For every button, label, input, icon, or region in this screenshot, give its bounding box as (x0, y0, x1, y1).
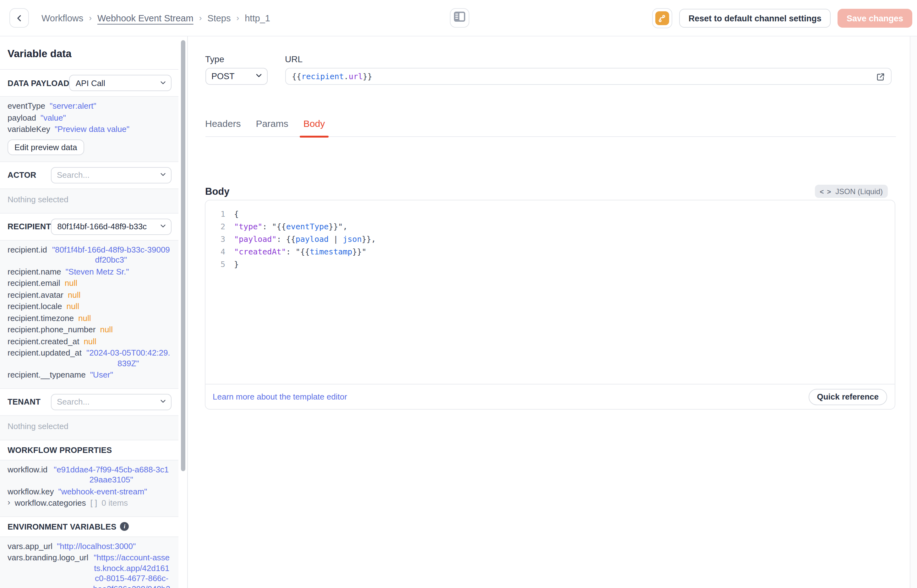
quick-reference-button[interactable]: Quick reference (809, 389, 887, 405)
workflow-properties-label: WORKFLOW PROPERTIES (8, 445, 112, 454)
url-value: {{recipient.url}} (292, 72, 372, 81)
line-number: 5 (216, 258, 225, 271)
http-method-value: POST (211, 72, 252, 81)
actor-empty-block: Nothing selected (0, 188, 178, 213)
kv-key: workflow.key (8, 486, 54, 497)
data-payload-label: DATA PAYLOAD (8, 78, 69, 88)
actor-label: ACTOR (8, 170, 36, 180)
git-branch-icon (655, 11, 669, 25)
sidebar-scrollbar[interactable] (181, 40, 185, 471)
recipient-row: RECIPIENT 80f1f4bf-166d-48f9-b33c (0, 213, 178, 240)
http-method-select[interactable]: POST (205, 68, 267, 85)
expander-chevron-icon[interactable]: › (8, 498, 10, 508)
kv-count: 0 items (102, 498, 128, 509)
code-line-3: 3"payload": {{payload | json}}, (216, 233, 886, 246)
breadcrumb-separator: › (237, 13, 239, 23)
kv-row-vars-branding-logo-url: vars.branding.logo_url"https://account-a… (8, 553, 171, 588)
tab-params[interactable]: Params (256, 118, 288, 136)
data-payload-select[interactable]: API Call (69, 75, 171, 91)
kv-row-workflow-categories: ›workflow.categories[ ]0 items (8, 498, 171, 509)
url-label: URL (285, 54, 891, 64)
code-brackets-icon: < > (820, 187, 831, 195)
kv-key: recipient.name (8, 267, 61, 277)
tab-body[interactable]: Body (304, 118, 325, 136)
reset-default-channel-settings-button[interactable]: Reset to default channel settings (679, 9, 831, 27)
kv-row-eventType: eventType"server:alert" (8, 101, 171, 111)
toggle-sidebar-button[interactable] (450, 8, 469, 27)
language-badge[interactable]: < > JSON (Liquid) (815, 185, 888, 198)
kv-value: null (84, 336, 97, 347)
actor-search-select[interactable]: Search... (50, 167, 171, 183)
recipient-fields-block: recipient.id"80f1f4bf-166d-48f9-b33c-390… (0, 240, 178, 389)
actor-search-placeholder: Search... (57, 170, 156, 180)
kv-row-recipient-avatar: recipient.avatarnull (8, 290, 171, 300)
kv-value: "Steven Metz Sr." (66, 267, 129, 277)
code-line-1: 1{ (216, 208, 886, 221)
kv-value: "http://localhost:3000" (57, 541, 136, 552)
kv-row-recipient-id: recipient.id"80f1f4bf-166d-48f9-b33c-390… (8, 245, 171, 265)
request-tabs: HeadersParamsBody (205, 118, 896, 137)
kv-key: recipient.created_at (8, 336, 79, 347)
breadcrumb-item-steps[interactable]: Steps (207, 13, 231, 23)
kv-value: "80f1f4bf-166d-48f9-b33c-39009df20bc3" (52, 245, 171, 265)
kv-key: recipient.updated_at (8, 348, 82, 359)
recipient-selected-value: 80f1f4bf-166d-48f9-b33c (57, 222, 156, 231)
save-changes-button[interactable]: Save changes (838, 9, 912, 27)
back-button[interactable] (10, 8, 29, 27)
chevron-down-icon (156, 170, 166, 180)
actor-empty-text: Nothing selected (8, 193, 171, 206)
kv-value: "https://account-assets.knock.app/42d161… (93, 553, 171, 588)
code-line-4: 4"createdAt": "{{timestamp}}" (216, 246, 886, 258)
code-editor[interactable]: 1{2"type": "{{eventType}}",3"payload": {… (205, 200, 894, 384)
kv-row-recipient-name: recipient.name"Steven Metz Sr." (8, 267, 171, 277)
kv-key: recipient.email (8, 278, 60, 289)
chevron-down-icon (156, 78, 166, 88)
recipient-select[interactable]: 80f1f4bf-166d-48f9-b33c (51, 218, 171, 235)
kv-key: payload (8, 113, 36, 123)
kv-key: eventType (8, 101, 45, 111)
external-link-icon[interactable] (875, 72, 885, 84)
kv-value: null (78, 313, 91, 323)
main-scrollbar-gutter[interactable] (909, 36, 917, 588)
kv-value: "User" (90, 370, 113, 380)
recipient-label: RECIPIENT (8, 222, 51, 231)
info-icon[interactable]: i (120, 522, 129, 531)
environment-variables-block: vars.app_url"http://localhost:3000"vars.… (0, 536, 178, 588)
type-label: Type (205, 54, 267, 64)
kv-row-workflow-id: workflow.id"e91ddae4-7f99-45cb-a688-3c12… (8, 465, 171, 485)
breadcrumb-item-webhook-event-stream[interactable]: Webhook Event Stream (97, 13, 194, 23)
commit-changes-button[interactable] (652, 8, 672, 28)
tab-headers[interactable]: Headers (205, 118, 241, 136)
kv-key: vars.app_url (8, 541, 52, 552)
data-payload-selected-value: API Call (76, 78, 156, 88)
kv-value: "value" (40, 113, 66, 123)
kv-row-recipient-locale: recipient.localenull (8, 302, 171, 312)
body-template-editor: 1{2"type": "{{eventType}}",3"payload": {… (205, 200, 895, 410)
kv-key: recipient.timezone (8, 313, 74, 323)
kv-key: vars.branding.logo_url (8, 553, 88, 563)
kv-row-recipient-timezone: recipient.timezonenull (8, 313, 171, 323)
chevron-left-icon (15, 13, 24, 22)
payload-preview-block: eventType"server:alert"payload"value"var… (0, 96, 178, 162)
breadcrumb-item-workflows[interactable]: Workflows (42, 13, 83, 23)
chevron-down-icon (156, 222, 166, 231)
kv-value: "2024-03-05T00:42:29.839Z" (86, 348, 171, 369)
edit-preview-data-button[interactable]: Edit preview data (8, 139, 84, 155)
body-section-title: Body (205, 186, 230, 197)
kv-row-payload: payload"value" (8, 113, 171, 123)
tenant-empty-text: Nothing selected (8, 420, 171, 433)
kv-row-workflow-key: workflow.key"webhook-event-stream" (8, 486, 171, 497)
kv-value: null (66, 302, 79, 312)
kv-key: recipient.id (8, 245, 47, 255)
variable-data-panel: Variable data DATA PAYLOAD API Call even… (0, 36, 187, 588)
kv-value: [ ] (90, 498, 97, 509)
kv-key: variableKey (8, 124, 50, 135)
environment-variables-label-text: ENVIRONMENT VARIABLES (8, 522, 116, 531)
url-input[interactable]: {{recipient.url}} (285, 68, 891, 85)
breadcrumb-item-http-1[interactable]: http_1 (245, 13, 270, 23)
breadcrumb-separator: › (89, 13, 92, 23)
kv-row-recipient-email: recipient.emailnull (8, 278, 171, 289)
learn-more-link[interactable]: Learn more about the template editor (213, 392, 347, 401)
kv-row-recipient-updated-at: recipient.updated_at"2024-03-05T00:42:29… (8, 348, 171, 369)
tenant-search-select[interactable]: Search... (50, 394, 171, 410)
